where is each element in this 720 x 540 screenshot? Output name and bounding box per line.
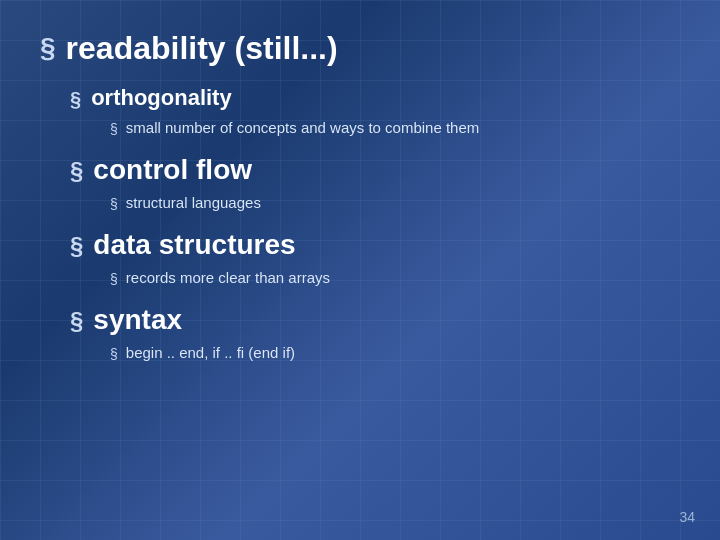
section-data-structures: § data structures § records more clear t…	[70, 229, 680, 290]
slide: § readability (still...) § orthogonality…	[0, 0, 720, 540]
section-syntax: § syntax § begin .. end, if .. fi (end i…	[70, 304, 680, 365]
section-title-syntax: § syntax	[70, 304, 680, 336]
sub-item-text-control-flow-1: structural languages	[126, 192, 261, 215]
sub-bullet-icon-1: §	[110, 119, 118, 140]
section-bullet-icon-2: §	[70, 157, 83, 185]
section-bullet-icon-3: §	[70, 232, 83, 260]
section-title-control-flow: § control flow	[70, 154, 680, 186]
slide-content: § readability (still...) § orthogonality…	[40, 30, 680, 379]
section-title-data-structures: § data structures	[70, 229, 680, 261]
section-label-control-flow: control flow	[93, 154, 252, 186]
section-bullet-icon-4: §	[70, 307, 83, 335]
main-bullet-icon: §	[40, 32, 56, 64]
section-label-syntax: syntax	[93, 304, 182, 336]
section-title-orthogonality: § orthogonality	[70, 85, 680, 111]
sub-item-text-orthogonality-1: small number of concepts and ways to com…	[126, 117, 480, 140]
page-number: 34	[679, 509, 695, 525]
sub-item-control-flow-1: § structural languages	[110, 192, 680, 215]
sub-bullet-icon-2: §	[110, 194, 118, 215]
sub-bullet-icon-4: §	[110, 344, 118, 365]
sub-bullet-icon-3: §	[110, 269, 118, 290]
sub-item-syntax-1: § begin .. end, if .. fi (end if)	[110, 342, 680, 365]
section-bullet-icon-1: §	[70, 88, 81, 111]
sub-item-text-data-structures-1: records more clear than arrays	[126, 267, 330, 290]
section-control-flow: § control flow § structural languages	[70, 154, 680, 215]
sub-item-orthogonality-1: § small number of concepts and ways to c…	[110, 117, 680, 140]
main-title-text: readability (still...)	[66, 30, 338, 67]
sub-item-text-syntax-1: begin .. end, if .. fi (end if)	[126, 342, 295, 365]
section-label-data-structures: data structures	[93, 229, 295, 261]
section-label-orthogonality: orthogonality	[91, 85, 232, 111]
main-title: § readability (still...)	[40, 30, 680, 67]
sub-item-data-structures-1: § records more clear than arrays	[110, 267, 680, 290]
section-orthogonality: § orthogonality § small number of concep…	[70, 85, 680, 140]
